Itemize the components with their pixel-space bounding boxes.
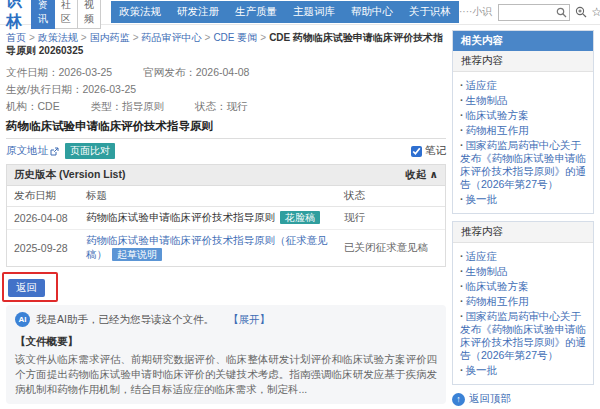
breadcrumb-domestic[interactable]: 国内药监 <box>90 32 130 43</box>
version-status: 现行 <box>337 207 445 230</box>
related-link-ddi[interactable]: 药物相互作用 <box>466 124 529 136</box>
nav-policy[interactable]: 政策法规 <box>111 1 169 23</box>
collapse-button[interactable]: 收起 ∧ <box>406 168 438 182</box>
list-item: 临床试验方案 <box>460 109 586 122</box>
external-link-icon <box>50 147 59 156</box>
status-label: 状态： <box>195 100 227 112</box>
version-list-header: 历史版本 (Version List) 收起 ∧ <box>7 165 445 186</box>
recommended-link-protocol[interactable]: 临床试验方案 <box>466 280 529 292</box>
list-item: 临床试验方案 <box>460 280 586 293</box>
tab-news[interactable]: 资讯 <box>31 0 55 29</box>
related-link-notice[interactable]: 国家药监局药审中心关于发布《药物临床试验申请临床评价技术指导原则》的通告（202… <box>460 139 586 190</box>
search-icon[interactable] <box>556 7 567 18</box>
breadcrumb-policy[interactable]: 政策法规 <box>38 32 78 43</box>
breadcrumb-separator: > <box>205 32 211 43</box>
main-column: 首页>政策法规>国内药监>药品审评中心>CDE 要闻>CDE 药物临床试验申请临… <box>6 30 452 409</box>
ai-avatar-icon: AI <box>15 312 30 327</box>
list-item: 生物制品 <box>460 265 586 278</box>
header-icons: ☆ ⚙ <box>575 6 600 19</box>
back-button[interactable]: 返回 <box>8 279 45 297</box>
publish-date-label: 官网发布： <box>143 66 196 78</box>
related-link-protocol[interactable]: 临床试验方案 <box>466 109 529 121</box>
breadcrumb: 首页>政策法规>国内药监>药品审评中心>CDE 要闻>CDE 药物临床试验申请临… <box>6 31 446 57</box>
tab-video[interactable]: 视频 <box>78 0 101 29</box>
search-box <box>498 4 570 21</box>
page: 识林 资讯 社区 视频 政策法规 研发注册 生产质量 主题词库 帮助中心 关于识… <box>0 0 600 409</box>
site-logo[interactable]: 识林 <box>6 0 23 33</box>
effective-date-label: 生效/执行日期： <box>6 83 82 95</box>
note-checkbox[interactable] <box>411 146 422 157</box>
ai-expand-link[interactable]: 【展开】 <box>228 313 270 327</box>
recommended-link-indication[interactable]: 适应症 <box>466 250 498 262</box>
username-label[interactable]: ····小识 <box>459 5 492 19</box>
list-item: 生物制品 <box>460 94 586 107</box>
version-row-current: 2026-04-08 药物临床试验申请临床评价技术指导原则花脸稿 现行 <box>7 207 445 230</box>
ai-assistant-panel: AI 我是AI助手，已经为您导读这个文件。 【展开】 【文件概要】 该文件从临床… <box>6 305 446 404</box>
file-date-value: 2026-03-25 <box>59 66 113 78</box>
tab-community[interactable]: 社区 <box>55 0 78 29</box>
related-content-header: 相关内容 <box>453 31 593 51</box>
main-nav: 政策法规 研发注册 生产质量 主题词库 帮助中心 关于识林 <box>111 1 459 23</box>
nav-topic-glossary[interactable]: 主题词库 <box>285 1 343 23</box>
version-table-header-row: 发布日期 标题 状态 <box>7 186 445 207</box>
ai-intro-line: AI 我是AI助手，已经为您导读这个文件。 【展开】 <box>15 312 437 327</box>
back-to-top-label: 返回顶部 <box>469 392 511 406</box>
type-label: 类型： <box>91 100 123 112</box>
recommended-header: 推荐内容 <box>453 222 593 243</box>
nav-production-quality[interactable]: 生产质量 <box>227 1 285 23</box>
sidebar: 相关内容 推荐内容 适应症 生物制品 临床试验方案 药物相互作用 国家药监局药审… <box>452 30 594 406</box>
breadcrumb-separator: > <box>81 32 87 43</box>
nav-rd-registration[interactable]: 研发注册 <box>169 1 227 23</box>
note-label: 笔记 <box>425 144 446 158</box>
recommended-link-biologics[interactable]: 生物制品 <box>466 265 508 277</box>
effective-date-value: 2026-03-25 <box>82 83 136 95</box>
related-subheader: 推荐内容 <box>453 51 593 72</box>
breadcrumb-home[interactable]: 首页 <box>6 32 26 43</box>
list-item: 药物相互作用 <box>460 124 586 137</box>
top-bar: 识林 资讯 社区 视频 政策法规 研发注册 生产质量 主题词库 帮助中心 关于识… <box>0 0 600 25</box>
breadcrumb-separator: > <box>133 32 139 43</box>
recommended-link-ddi[interactable]: 药物相互作用 <box>466 295 529 307</box>
agency-label: 机构： <box>6 100 38 112</box>
note-toggle: 笔记 <box>411 144 446 158</box>
list-item: 换一批 <box>460 364 586 377</box>
advanced-search-icon[interactable] <box>575 6 587 18</box>
list-item: 换一批 <box>460 193 586 206</box>
drafting-note-badge[interactable]: 起草说明 <box>112 248 162 261</box>
ai-intro-text: 我是AI助手，已经为您导读这个文件。 <box>36 313 214 327</box>
related-refresh-link[interactable]: 换一批 <box>466 193 498 205</box>
nav-about[interactable]: 关于识林 <box>401 1 459 23</box>
document-actions: 原文地址 页面比对 笔记 <box>6 143 446 159</box>
list-item: 适应症 <box>460 79 586 92</box>
favorite-star-icon[interactable]: ☆ <box>591 6 600 18</box>
breadcrumb-separator: > <box>260 32 266 43</box>
source-url-label: 原文地址 <box>6 144 48 158</box>
breadcrumb-cde-news[interactable]: CDE 要闻 <box>213 32 257 43</box>
version-title: 药物临床试验申请临床评价技术指导原则 <box>86 211 275 223</box>
back-button-area: 返回 <box>6 273 446 303</box>
meta-row-agency: 机构：CDE 类型：指导原则 状态：现行 <box>6 98 446 115</box>
recommended-refresh-link[interactable]: 换一批 <box>466 364 498 376</box>
breadcrumb-cde-center[interactable]: 药品审评中心 <box>142 32 202 43</box>
arrow-up-icon: ↑ <box>452 393 465 406</box>
meta-row-dates: 文件日期：2026-03-25 官网发布：2026-04-08 <box>6 64 446 81</box>
recommended-link-notice[interactable]: 国家药监局药审中心关于发布《药物临床试验申请临床评价技术指导原则》的通告（202… <box>460 310 586 361</box>
publish-date-value: 2026-04-08 <box>196 66 250 78</box>
column-title: 标题 <box>79 186 337 207</box>
back-to-top-button[interactable]: ↑ 返回顶部 <box>452 392 594 406</box>
content: 首页>政策法规>国内药监>药品审评中心>CDE 要闻>CDE 药物临床试验申请临… <box>0 25 600 409</box>
meta-row-effective: 生效/执行日期：2026-03-25 <box>6 81 446 98</box>
source-url-link[interactable]: 原文地址 <box>6 144 59 158</box>
document-title: 药物临床试验申请临床评价技术指导原则 <box>6 119 446 139</box>
related-link-biologics[interactable]: 生物制品 <box>466 94 508 106</box>
list-item: 药物相互作用 <box>460 295 586 308</box>
version-status: 已关闭征求意见稿 <box>337 230 445 267</box>
page-compare-button[interactable]: 页面比对 <box>65 143 115 159</box>
status-value: 现行 <box>227 100 248 112</box>
related-link-indication[interactable]: 适应症 <box>466 79 498 91</box>
nav-help-center[interactable]: 帮助中心 <box>343 1 401 23</box>
related-content-box: 相关内容 推荐内容 适应症 生物制品 临床试验方案 药物相互作用 国家药监局药审… <box>452 30 594 214</box>
redline-draft-badge[interactable]: 花脸稿 <box>280 211 320 224</box>
chevron-up-icon: ∧ <box>429 168 438 180</box>
version-list-title: 历史版本 (Version List) <box>14 168 125 182</box>
